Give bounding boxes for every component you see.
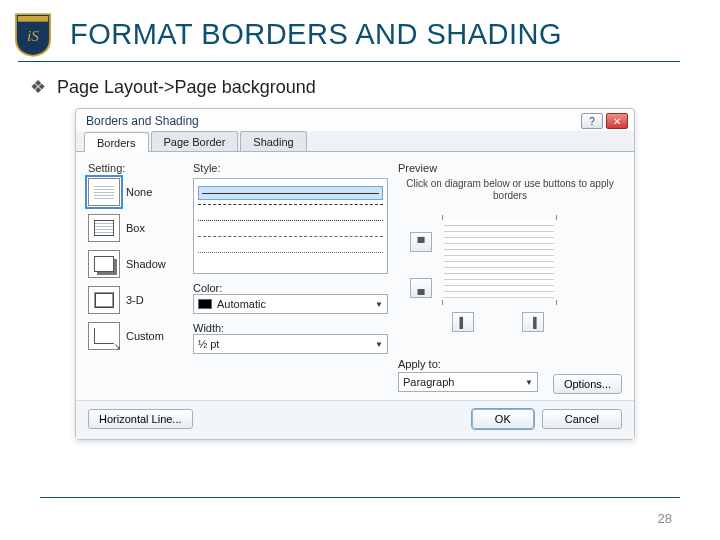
preview-paragraph <box>444 220 554 298</box>
style-solid[interactable] <box>198 186 383 200</box>
bullet-label: Page Layout->Page background <box>57 77 316 97</box>
school-shield-logo: iS <box>14 12 52 58</box>
width-value: ½ pt <box>198 338 219 350</box>
color-label: Color: <box>193 282 388 294</box>
border-left-button[interactable]: ▌ <box>452 312 474 332</box>
width-dropdown[interactable]: ½ pt ▼ <box>193 334 388 354</box>
horizontal-line-button[interactable]: Horizontal Line... <box>88 409 193 429</box>
setting-box[interactable]: Box <box>88 214 183 242</box>
tab-page-border[interactable]: Page Border <box>151 131 239 151</box>
style-label: Style: <box>193 162 388 174</box>
width-label: Width: <box>193 322 388 334</box>
cancel-button[interactable]: Cancel <box>542 409 622 429</box>
apply-to-dropdown[interactable]: Paragraph ▼ <box>398 372 538 392</box>
setting-shadow[interactable]: Shadow <box>88 250 183 278</box>
color-swatch-icon <box>198 299 212 309</box>
setting-shadow-label: Shadow <box>126 258 166 270</box>
setting-none[interactable]: None <box>88 178 183 206</box>
apply-to-label: Apply to: <box>398 358 622 370</box>
setting-3d[interactable]: 3-D <box>88 286 183 314</box>
chevron-down-icon: ▼ <box>375 340 383 349</box>
setting-box-label: Box <box>126 222 145 234</box>
svg-text:iS: iS <box>27 27 39 44</box>
style-dash[interactable] <box>198 204 383 216</box>
border-top-button[interactable]: ▀ <box>410 232 432 252</box>
setting-label: Setting: <box>88 162 183 174</box>
dialog-title: Borders and Shading <box>86 114 199 128</box>
setting-custom[interactable]: ↘ Custom <box>88 322 183 350</box>
borders-shading-dialog: Borders and Shading ? ✕ Borders Page Bor… <box>75 108 635 440</box>
color-value: Automatic <box>217 298 266 310</box>
style-listbox[interactable] <box>193 178 388 274</box>
style-dash-dot[interactable] <box>198 252 383 264</box>
page-number: 28 <box>658 511 672 526</box>
slide-title: FORMAT BORDERS AND SHADING <box>70 18 680 51</box>
apply-to-value: Paragraph <box>403 376 454 388</box>
chevron-down-icon: ▼ <box>375 300 383 309</box>
options-button[interactable]: Options... <box>553 374 622 394</box>
preview-label: Preview <box>398 162 622 174</box>
color-dropdown[interactable]: Automatic ▼ <box>193 294 388 314</box>
border-right-button[interactable]: ▐ <box>522 312 544 332</box>
style-dash-2[interactable] <box>198 236 383 248</box>
setting-none-label: None <box>126 186 152 198</box>
bullet-text: ❖ Page Layout->Page background <box>0 62 720 108</box>
tab-shading[interactable]: Shading <box>240 131 306 151</box>
setting-custom-label: Custom <box>126 330 164 342</box>
style-dot[interactable] <box>198 220 383 232</box>
setting-3d-label: 3-D <box>126 294 144 306</box>
chevron-down-icon: ▼ <box>525 378 533 387</box>
diamond-bullet-icon: ❖ <box>30 77 46 97</box>
help-button[interactable]: ? <box>581 113 603 129</box>
ok-button[interactable]: OK <box>472 409 534 429</box>
footer-rule <box>40 497 680 498</box>
close-button[interactable]: ✕ <box>606 113 628 129</box>
preview-diagram[interactable]: ▀ ▄ ▌ ▐ <box>402 210 618 350</box>
preview-hint: Click on diagram below or use buttons to… <box>404 178 616 202</box>
tab-borders[interactable]: Borders <box>84 132 149 152</box>
border-bottom-button[interactable]: ▄ <box>410 278 432 298</box>
dialog-tabs: Borders Page Border Shading <box>76 131 634 152</box>
